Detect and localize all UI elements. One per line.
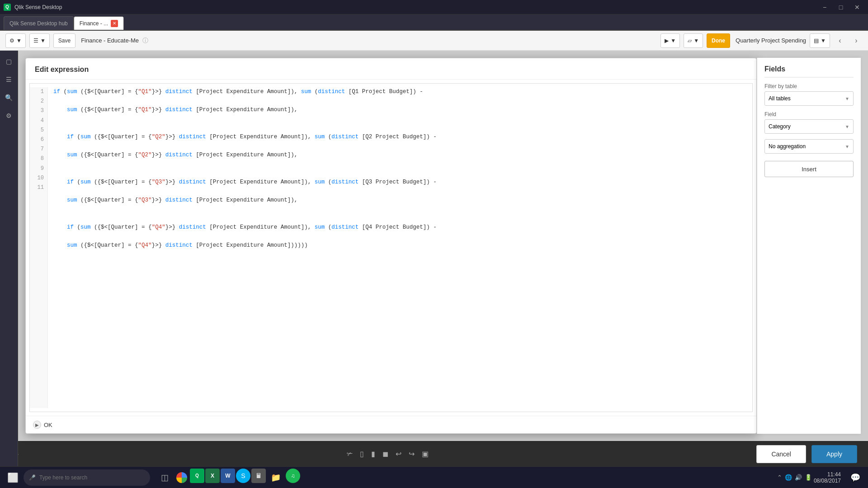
view-button[interactable]: ▶ ▼ <box>660 33 680 48</box>
taskbar-skype[interactable]: S <box>236 469 250 483</box>
code-editor[interactable]: 1 2 3 4 5 6 7 8 9 10 11 if (sum ({$<[Qua… <box>29 83 753 412</box>
taskbar-pinned-icons: ◫ Q X W S 🖩 📁 ♫ <box>156 469 300 487</box>
filter-label: Filter by table <box>764 83 854 89</box>
taskbar-calculator[interactable]: 🖩 <box>251 469 266 483</box>
filter-table-arrow-icon: ▼ <box>845 96 849 101</box>
sidebar-icon-settings[interactable]: ⚙ <box>2 108 16 123</box>
taskbar-task-view[interactable]: ◫ <box>156 469 174 487</box>
start-button[interactable]: ⬜ <box>4 469 22 487</box>
field-value: Category <box>769 123 791 130</box>
taskbar-spotify[interactable]: ♫ <box>286 469 300 483</box>
notification-button[interactable]: 💬 <box>846 469 864 487</box>
ok-label: OK <box>44 422 52 428</box>
code-content[interactable]: if (sum ({$<[Quarter] = {"Q1"}>} distinc… <box>48 87 752 408</box>
field-select[interactable]: Category ▼ <box>764 119 854 134</box>
field-section: Field Category ▼ <box>764 111 854 134</box>
modal-title: Edit expression <box>26 58 756 80</box>
cut-icon[interactable]: ✃ <box>347 450 353 458</box>
main-area: Edit expression 1 2 3 4 5 6 7 8 9 10 11 … <box>18 51 868 441</box>
save-label: Save <box>58 38 71 44</box>
left-sidebar: ▢ ☰ 🔍 ⚙ <box>0 51 18 466</box>
taskbar-qlik[interactable]: Q <box>190 469 204 483</box>
device-button[interactable]: ▱ ▼ <box>684 33 703 48</box>
ok-icon: ▶ <box>33 421 41 429</box>
line-numbers: 1 2 3 4 5 6 7 8 9 10 11 <box>30 87 48 408</box>
save-button[interactable]: Save <box>53 33 75 48</box>
app-name: Finance - Educate-Me <box>81 37 139 44</box>
ok-button[interactable]: ▶ OK <box>33 421 52 429</box>
search-mic-icon: 🎤 <box>29 474 36 481</box>
apply-button[interactable]: Apply <box>811 445 857 463</box>
done-label: Done <box>712 38 725 44</box>
field-label: Field <box>764 111 854 117</box>
menu-button[interactable]: ⚙ ▼ <box>5 33 26 48</box>
chart-icon: ▤ <box>814 38 819 44</box>
tab-bar: Qlik Sense Desktop hub Finance - ... ✕ <box>0 14 868 31</box>
chart-options-button[interactable]: ▤ ▼ <box>810 33 830 48</box>
taskbar-time-display: 11:44 <box>814 471 841 478</box>
aggregation-arrow-icon: ▼ <box>845 144 849 149</box>
tab-hub[interactable]: Qlik Sense Desktop hub <box>4 16 74 30</box>
taskbar-explorer[interactable]: 📁 <box>267 469 285 487</box>
sidebar-icon-search[interactable]: 🔍 <box>2 90 16 105</box>
aggregation-section: No aggregation ▼ <box>764 139 854 154</box>
tab-finance-label: Finance - ... <box>80 20 108 27</box>
window-title: Qlik Sense Desktop <box>14 4 62 10</box>
tray-battery-icon[interactable]: 🔋 <box>805 474 812 481</box>
info-icon: ⓘ <box>142 37 148 45</box>
nav-prev-button[interactable]: ‹ <box>834 34 846 47</box>
redo-icon[interactable]: ↪ <box>409 450 415 458</box>
tab-finance[interactable]: Finance - ... ✕ <box>74 16 124 30</box>
sidebar-icon-grid[interactable]: ▢ <box>2 54 16 69</box>
list-button[interactable]: ☰ ▼ <box>29 33 50 48</box>
edit-expression-modal: Edit expression 1 2 3 4 5 6 7 8 9 10 11 … <box>25 58 757 434</box>
sidebar-icon-list[interactable]: ☰ <box>2 72 16 87</box>
tray-expand-icon[interactable]: ⌃ <box>777 474 782 481</box>
tab-close-icon[interactable]: ✕ <box>111 20 118 27</box>
tab-hub-label: Qlik Sense Desktop hub <box>9 20 68 27</box>
tray-icons: ⌃ 🌐 🔊 🔋 <box>777 474 812 481</box>
copy-icon[interactable]: ▯ <box>360 450 364 458</box>
paste-icon[interactable]: ▮ <box>371 450 375 458</box>
nav-prev-icon: ‹ <box>839 37 841 45</box>
search-input[interactable] <box>39 474 145 481</box>
field-arrow-icon: ▼ <box>845 124 849 129</box>
chart-title: Quarterly Project Spending <box>736 37 806 44</box>
app-icon: Q <box>4 4 11 11</box>
window-controls: − □ ✕ <box>817 1 864 14</box>
modal-footer: ▶ OK <box>26 416 756 433</box>
taskbar-search[interactable]: 🎤 <box>24 469 150 486</box>
done-button[interactable]: Done <box>707 33 730 48</box>
taskbar-chrome[interactable] <box>176 472 187 483</box>
nav-next-icon: › <box>855 37 857 45</box>
modal-body: 1 2 3 4 5 6 7 8 9 10 11 if (sum ({$<[Qua… <box>26 80 756 416</box>
app-toolbar: ⚙ ▼ ☰ ▼ Save Finance - Educate-Me ⓘ ▶ ▼ … <box>0 31 868 51</box>
aggregation-select[interactable]: No aggregation ▼ <box>764 139 854 154</box>
close-button[interactable]: ✕ <box>850 1 864 14</box>
undo-icon[interactable]: ↩ <box>396 450 401 458</box>
insert-button[interactable]: Insert <box>764 161 854 177</box>
maximize-button[interactable]: □ <box>834 1 848 14</box>
taskbar-excel[interactable]: X <box>205 469 220 483</box>
delete-icon[interactable]: ◼ <box>382 450 388 458</box>
apply-label: Apply <box>826 450 842 458</box>
device-icon: ▱ <box>688 38 692 44</box>
nav-next-button[interactable]: › <box>850 34 863 47</box>
filter-table-select[interactable]: All tables ▼ <box>764 91 854 106</box>
notification-icon: 💬 <box>850 473 860 483</box>
taskbar-date-display: 08/08/2017 <box>814 478 841 484</box>
title-bar: Q Qlik Sense Desktop − □ ✕ <box>0 0 868 14</box>
tray-volume-icon[interactable]: 🔊 <box>795 474 802 481</box>
fields-title: Fields <box>764 65 854 78</box>
minimize-button[interactable]: − <box>817 1 832 14</box>
tray-network-icon[interactable]: 🌐 <box>785 474 792 481</box>
filter-by-table-section: Filter by table All tables ▼ <box>764 83 854 106</box>
insert-label: Insert <box>802 166 816 173</box>
aggregation-value: No aggregation <box>769 143 806 150</box>
bottom-bar: ▶ ✃ ▯ ▮ ◼ ↩ ↪ ▣ Cancel Apply <box>0 441 868 466</box>
menu-icon: ⚙ <box>9 38 14 44</box>
taskbar-word[interactable]: W <box>221 469 235 483</box>
cancel-button[interactable]: Cancel <box>756 445 806 463</box>
cancel-label: Cancel <box>771 450 791 458</box>
fullscreen-icon[interactable]: ▣ <box>422 450 429 458</box>
